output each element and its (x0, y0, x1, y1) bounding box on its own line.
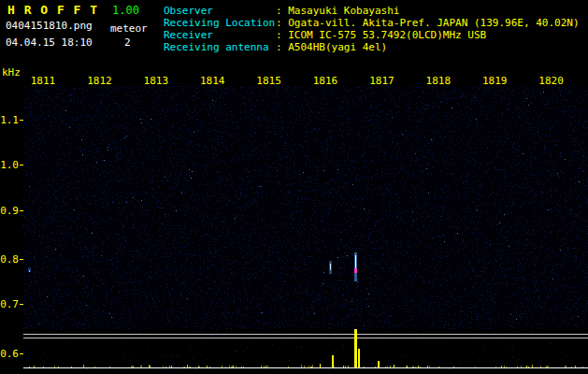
info-row-label: Receiving antenna (164, 41, 276, 53)
info-row-label: Receiving Location (164, 17, 276, 29)
info-row-value: : Ogata-vill. Akita-Pref. JAPAN (139.96E… (276, 17, 580, 29)
freq-label: 0.6 (0, 348, 19, 360)
meteor-count: 2 (124, 36, 131, 49)
freq-label: 1.0 (0, 159, 19, 171)
mode-label: meteor (110, 22, 148, 35)
info-row: Observer: Masayuki Kobayashi (164, 5, 586, 17)
info-row: Receiving antenna: A504HB(yagi 4el) (164, 41, 586, 53)
info-row-label: Observer (164, 5, 276, 17)
info-row-label: Receiver (164, 29, 276, 41)
info-row-value: : ICOM IC-575 53.7492(0LCD)MHz USB (276, 29, 486, 41)
freq-label: 1.1 (0, 114, 19, 126)
freq-label: 0.7 (0, 298, 19, 310)
info-row-value: : Masayuki Kobayashi (276, 5, 399, 17)
freq-label: 0.9 (0, 205, 19, 217)
info-row-value: : A504HB(yagi 4el) (276, 41, 387, 53)
info-row: Receiving Location: Ogata-vill. Akita-Pr… (164, 17, 586, 29)
session-datetime: 04.04.15 18:10 (6, 36, 93, 49)
info-row: Receiver: ICOM IC-575 53.7492(0LCD)MHz U… (164, 29, 586, 41)
app-version: 1.00 (112, 4, 139, 17)
time-axis: 1811181218131814181518161817181818191820 (0, 75, 588, 86)
app-title: H R O F F T (7, 3, 98, 17)
info-panel: Observer: Masayuki KobayashiReceiving Lo… (164, 5, 586, 53)
output-filename: 0404151810.png (6, 20, 93, 32)
freq-label: 0.8 (0, 253, 19, 266)
signal-level-canvas (23, 329, 588, 371)
hrofft-screen: H R O F F T 1.00 0404151810.png meteor 0… (0, 0, 588, 374)
spectrogram-canvas (23, 86, 588, 329)
